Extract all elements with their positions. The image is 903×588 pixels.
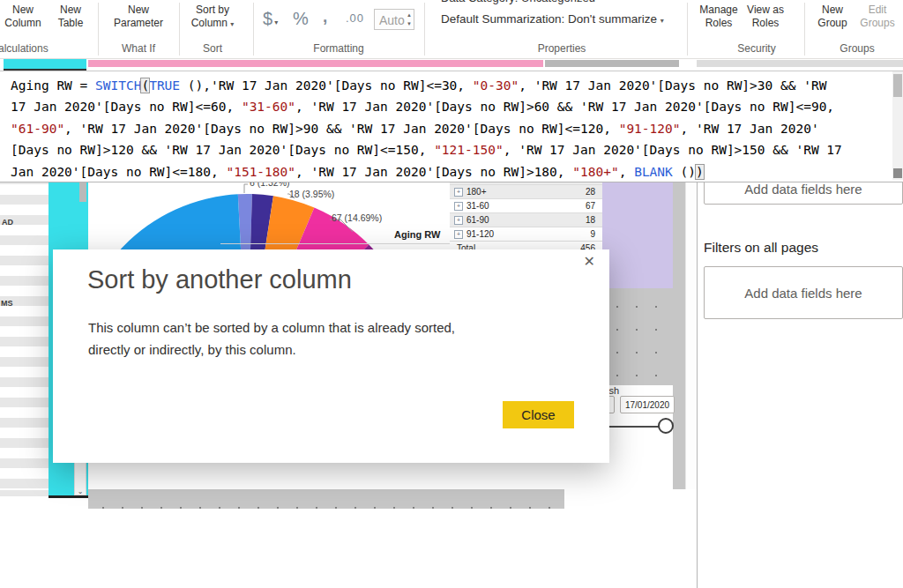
dax-string: "180+" [572,165,618,179]
scrollbar-bottom-block[interactable] [893,168,902,178]
new-column-button[interactable]: New Column [2,4,44,30]
dax-text: , 'RW 17 Jan 2020'[Days no RW]>60 && 'RW… [295,100,834,114]
dax-text: , 'RW 17 Jan 2020'[Days no RW]>30 && 'RW [519,78,826,93]
light-strip-segment [697,60,903,67]
slicer-slider-handle[interactable] [658,418,674,434]
percent-format-icon[interactable]: % [293,9,309,29]
dialog-message-line1: This column can’t be sorted by a column … [88,320,455,335]
ribbon-separator [424,3,425,56]
sort-by-column-label: Sort by Column [191,4,229,29]
slicer-end-date-box[interactable]: 17/01/2020 [620,396,675,413]
data-category-dropdown[interactable]: Data Category: Uncategorized [441,0,595,4]
pie-callout-label: 18 (3.95%) [289,189,334,199]
matrix-row-value: 28 [586,187,595,197]
dax-keyword: TRUE [149,78,180,93]
visual-border-line [220,243,450,244]
matrix-row[interactable]: +31-6067 [450,199,602,213]
background-bar-chart-rows [0,181,49,496]
ribbon-separator [98,3,99,56]
expand-icon[interactable]: + [454,216,463,225]
dax-text: , 'RW 17 Jan 2020' [681,122,819,136]
dax-line[interactable]: Jan 2020'[Days no RW]<=180, "151-180", '… [11,161,704,183]
expand-icon[interactable]: + [454,230,463,239]
dax-line[interactable]: [Days no RW]>120 && 'RW 17 Jan 2020'[Day… [11,139,842,161]
default-summarization-label: Default Summarization: Don't summarize [441,12,657,26]
matrix-visual[interactable]: +151-180+180+28+31-6067+61-9018+91-1209T… [450,181,602,254]
chevron-down-icon: ▾ [230,20,234,28]
dialog-message: This column can’t be sorted by a column … [88,316,520,361]
dax-line[interactable]: "61-90", 'RW 17 Jan 2020'[Days no RW]>90… [11,118,819,140]
sort-by-another-column-dialog: ✕ Sort by another column This column can… [53,249,609,463]
matrix-row-label: 91-120 [466,229,494,239]
dax-string: "151-180" [226,165,295,179]
decimal-places-icon[interactable]: .00 [346,11,364,25]
pie-callout-label: 67 (14.69%) [332,212,382,223]
dax-string: "91-120" [619,122,681,136]
matrix-row-value: 67 [586,201,595,211]
auto-spinner-value: Auto [379,13,405,27]
dax-line[interactable]: Aging RW = SWITCH(TRUE (),'RW 17 Jan 202… [11,75,826,97]
new-table-button[interactable]: New Table [49,4,92,30]
sort-by-column-button[interactable]: Sort by Column ▾ [187,4,238,31]
dax-text: , 'RW 17 Jan 2020'[Days no RW]>180, [295,165,572,179]
lavender-panel [602,181,673,288]
dax-formula-bar[interactable]: Aging RW = SWITCH(TRUE (),'RW 17 Jan 202… [0,71,903,182]
matrix-row[interactable]: +61-9018 [450,213,602,227]
new-parameter-button[interactable]: New Parameter [104,4,173,30]
dax-string: "31-60" [242,100,295,114]
decimal-auto-spinner[interactable]: Auto ▲▼ [374,9,414,30]
matrix-row[interactable]: +91-1209 [450,227,602,242]
axis-label-ad: AD [2,218,13,227]
dialog-title: Sort by another column [87,265,352,294]
group-label-groups: Groups [805,42,903,55]
new-group-button[interactable]: New Group [811,4,854,30]
group-label-security: Security [704,42,810,55]
currency-format-icon[interactable]: $ ▾ [263,9,278,29]
dax-text: 17 Jan 2020'[Days no RW]<=60, [11,100,242,114]
chevron-down-icon: ⌄ [78,488,84,495]
dax-string: "61-90" [11,122,64,136]
canvas-scroll-strip[interactable] [685,181,697,489]
filters-fields-well[interactable]: Add data fields here [704,266,903,319]
dax-keyword: BLANK [634,165,673,179]
ribbon: Data Category: Uncategorized New Column … [0,0,903,59]
callout-leader-line [244,184,248,193]
group-label-formatting: Formatting [295,42,383,55]
view-as-roles-button[interactable]: View as Roles [743,4,788,30]
comma-format-icon[interactable]: , [323,7,327,26]
default-summarization-dropdown[interactable]: Default Summarization: Don't summarize ▾ [441,12,688,27]
dax-string: "121-150" [434,143,504,157]
pink-scrollbar-thumb[interactable] [88,60,543,67]
matrix-row[interactable]: +180+28 [450,185,602,199]
manage-roles-button[interactable]: Manage Roles [697,4,741,30]
gray-strip-segment [545,60,679,67]
scrollbar-thumb[interactable] [893,74,902,97]
formula-scrollbar[interactable] [892,71,903,180]
group-label-properties: Properties [491,42,632,55]
filters-section-label: Filters on all pages [704,240,818,256]
dax-text: () [673,165,696,179]
pie-chart-visual[interactable]: 6 (1.32%) 18 (3.95%) 67 (14.69%) Aging R… [88,181,450,249]
expand-icon[interactable]: + [454,188,463,197]
cyan-scroll-track [79,182,86,202]
dax-text: (),'RW 17 Jan 2020'[Days no RW]<=30, [180,78,473,93]
canvas-gray-area [602,288,673,385]
canvas-bottom-band [88,489,564,509]
group-label-sort: Sort [177,42,248,55]
matrix-row-value: 9 [590,229,595,239]
dax-matched-paren: ) [696,165,704,179]
expand-icon[interactable]: + [454,202,463,211]
chevron-down-icon: ▾ [272,19,278,26]
dax-text: , [619,165,634,179]
axis-label-ms: MS [1,299,13,308]
cyan-strip-segment [4,59,86,71]
group-label-whatif: What If [103,42,174,55]
close-button[interactable]: Close [503,401,574,428]
dax-line[interactable]: 17 Jan 2020'[Days no RW]<=60, "31-60", '… [11,96,834,118]
spinner-arrows-icon[interactable]: ▲▼ [407,11,412,28]
edit-groups-button[interactable]: Edit Groups [854,4,901,30]
matrix-row-label: 61-90 [466,215,489,225]
dax-text: , 'RW 17 Jan 2020'[Days no RW]>90 && 'RW… [64,122,619,136]
close-icon[interactable]: ✕ [584,253,595,270]
dialog-message-line2: directly or indirectly, by this column. [88,342,296,357]
